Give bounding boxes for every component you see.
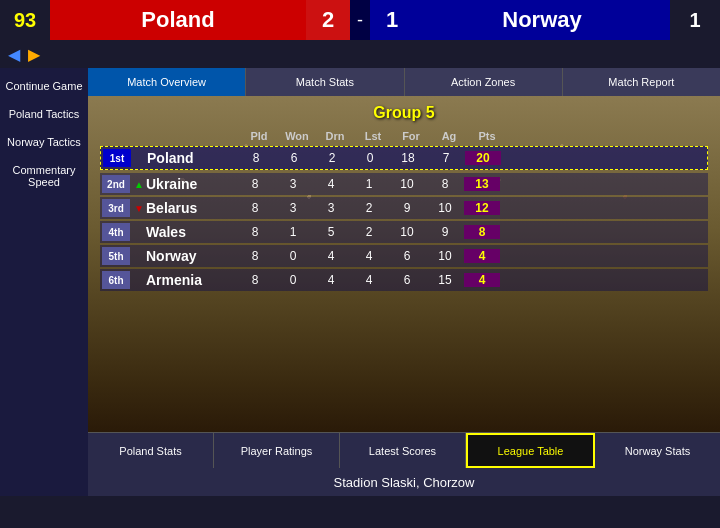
standings-row-poland: 1st Poland 8 6 2 0 18 7 20 — [100, 146, 708, 170]
sidebar-item-commentary[interactable]: Commentary Speed — [0, 156, 88, 196]
standings-row-ukraine: 2nd ▲ Ukraine 8 3 4 1 10 8 13 — [100, 173, 708, 195]
nav-right-arrow[interactable]: ▶ — [28, 45, 40, 64]
bottom-tab-norway-stats[interactable]: Norway Stats — [595, 433, 720, 468]
standings-headers: Pld Won Drn Lst For Ag Pts — [240, 130, 708, 146]
score-separator: - — [350, 0, 370, 40]
team-name-norway: Norway — [146, 248, 236, 264]
bottom-tab-player-ratings[interactable]: Player Ratings — [214, 433, 340, 468]
standings-row-armenia: 6th Armenia 8 0 4 4 6 15 4 — [100, 269, 708, 291]
bottom-tab-poland-stats[interactable]: Poland Stats — [88, 433, 214, 468]
team-name-belarus: Belarus — [146, 200, 236, 216]
tab-match-report[interactable]: Match Report — [563, 68, 720, 96]
top-tabs: Match Overview Match Stats Action Zones … — [88, 68, 720, 96]
tab-action-zones[interactable]: Action Zones — [405, 68, 563, 96]
score-home: 2 — [306, 0, 350, 40]
sidebar-item-poland-tactics[interactable]: Poland Tactics — [0, 100, 88, 128]
score-badge-right: 1 — [670, 0, 720, 40]
pos-badge-4: 4th — [102, 223, 130, 241]
team-name-wales: Wales — [146, 224, 236, 240]
tab-match-stats[interactable]: Match Stats — [246, 68, 404, 96]
stadium-footer: Stadion Slaski, Chorzow — [88, 468, 720, 496]
pos-badge-2: 2nd — [102, 175, 130, 193]
bottom-tab-latest-scores[interactable]: Latest Scores — [340, 433, 466, 468]
score-away: 1 — [370, 0, 414, 40]
pos-badge-3: 3rd — [102, 199, 130, 217]
standings-row-belarus: 3rd ▼ Belarus 8 3 3 2 9 10 12 — [100, 197, 708, 219]
pos-badge-1: 1st — [103, 149, 131, 167]
sidebar: Continue Game Poland Tactics Norway Tact… — [0, 68, 88, 496]
standings-row-wales: 4th Wales 8 1 5 2 10 9 8 — [100, 221, 708, 243]
sidebar-item-norway-tactics[interactable]: Norway Tactics — [0, 128, 88, 156]
home-team-name: Poland — [50, 0, 306, 40]
pos-badge-6: 6th — [102, 271, 130, 289]
bottom-tab-league-table[interactable]: League Table — [466, 433, 595, 468]
away-team-name: Norway — [414, 0, 670, 40]
standings-row-norway: 5th Norway 8 0 4 4 6 10 4 — [100, 245, 708, 267]
match-content: Group 5 Pld Won Drn Lst For Ag Pts 1st P… — [88, 96, 720, 432]
nav-left-arrow[interactable]: ◀ — [8, 45, 20, 64]
score-badge: 93 — [0, 0, 50, 40]
nav-row: ◀ ▶ — [0, 40, 720, 68]
tab-match-overview[interactable]: Match Overview — [88, 68, 246, 96]
pos-badge-5: 5th — [102, 247, 130, 265]
sidebar-item-continue[interactable]: Continue Game — [0, 72, 88, 100]
bottom-tabs: Poland Stats Player Ratings Latest Score… — [88, 432, 720, 468]
group-title: Group 5 — [100, 104, 708, 122]
team-name-ukraine: Ukraine — [146, 176, 236, 192]
team-name-armenia: Armenia — [146, 272, 236, 288]
team-name-poland: Poland — [147, 150, 237, 166]
